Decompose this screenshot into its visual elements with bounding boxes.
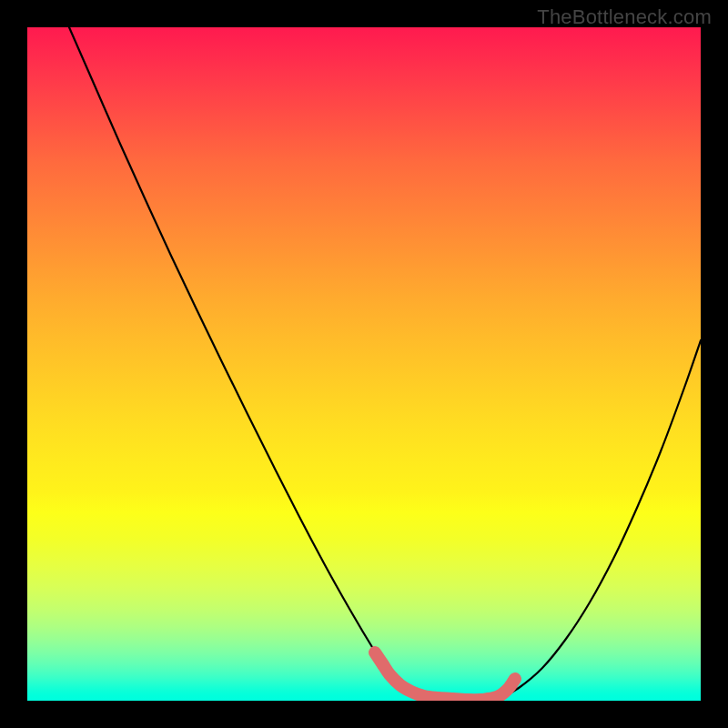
curve-layer xyxy=(27,27,701,701)
watermark-text: TheBottleneck.com xyxy=(537,5,712,29)
plot-area xyxy=(27,27,701,701)
chart-frame: TheBottleneck.com xyxy=(0,0,728,728)
highlight-segment xyxy=(375,652,515,700)
main-curve xyxy=(69,27,701,700)
